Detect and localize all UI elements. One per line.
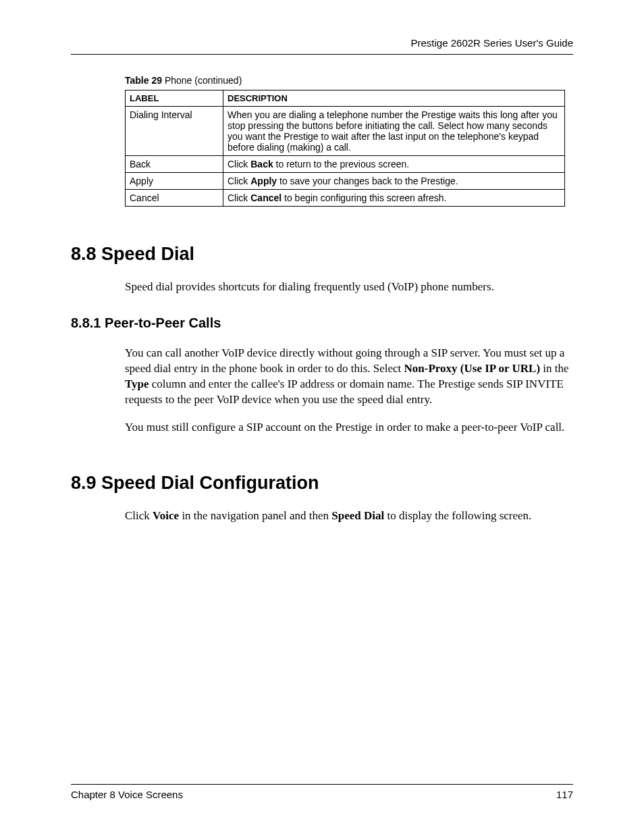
table-row: Back Click Back to return to the previou… — [126, 156, 565, 173]
table-header-description: DESCRIPTION — [223, 90, 565, 107]
para-8-8-1-b: You must still configure a SIP account o… — [125, 420, 573, 436]
table-caption-text: Phone (continued) — [162, 75, 242, 86]
table-cell-label: Dialing Interval — [126, 107, 223, 156]
table-cell-label: Cancel — [126, 190, 223, 207]
table-row: Cancel Click Cancel to begin configuring… — [126, 190, 565, 207]
table-caption-number: Table 29 — [125, 75, 162, 86]
table-cell-desc: Click Cancel to begin configuring this s… — [223, 190, 565, 207]
table-row: Apply Click Apply to save your changes b… — [126, 173, 565, 190]
header-guide-title: Prestige 2602R Series User's Guide — [71, 37, 573, 49]
footer-rule — [71, 784, 573, 785]
phone-table: LABEL DESCRIPTION Dialing Interval When … — [125, 90, 565, 207]
heading-8-9: 8.9 Speed Dial Configuration — [71, 473, 573, 494]
footer: Chapter 8 Voice Screens 117 — [71, 784, 573, 800]
table-caption: Table 29 Phone (continued) — [125, 75, 573, 86]
table-cell-label: Apply — [126, 173, 223, 190]
header-rule — [71, 54, 573, 55]
footer-page-number: 117 — [556, 789, 573, 800]
table-cell-desc: Click Apply to save your changes back to… — [223, 173, 565, 190]
table-cell-label: Back — [126, 156, 223, 173]
footer-chapter: Chapter 8 Voice Screens — [71, 789, 183, 800]
table-cell-desc: Click Back to return to the previous scr… — [223, 156, 565, 173]
table-header-label: LABEL — [126, 90, 223, 107]
table-row: Dialing Interval When you are dialing a … — [126, 107, 565, 156]
table-header-row: LABEL DESCRIPTION — [126, 90, 565, 107]
table-cell-desc: When you are dialing a telephone number … — [223, 107, 565, 156]
para-8-8: Speed dial provides shortcuts for dialin… — [125, 280, 573, 295]
heading-8-8: 8.8 Speed Dial — [71, 244, 573, 265]
para-8-8-1-a: You can call another VoIP device directl… — [125, 346, 573, 408]
heading-8-8-1: 8.8.1 Peer-to-Peer Calls — [71, 315, 573, 331]
para-8-9: Click Voice in the navigation panel and … — [125, 509, 573, 524]
